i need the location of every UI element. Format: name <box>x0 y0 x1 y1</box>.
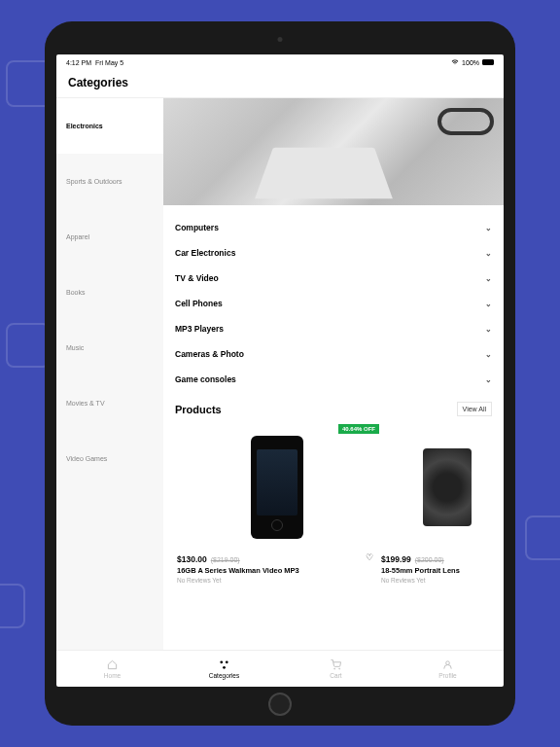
subcategory-computers[interactable]: Computers⌄ <box>175 215 492 240</box>
tab-label: Cart <box>330 672 341 679</box>
tab-label: Profile <box>438 672 456 679</box>
subcategory-game-consoles[interactable]: Game consoles⌄ <box>175 367 492 392</box>
sidebar-item-videogames[interactable]: Video Games <box>56 431 163 486</box>
categories-icon <box>219 659 229 670</box>
chevron-down-icon: ⌄ <box>485 224 492 232</box>
product-price: $130.00 <box>177 554 207 564</box>
tab-label: Categories <box>209 672 239 679</box>
sidebar-item-label: Electronics <box>66 123 103 129</box>
subcategory-label: Computers <box>175 223 219 232</box>
battery-icon <box>482 59 494 65</box>
sidebar-item-music[interactable]: Music <box>56 320 163 375</box>
profile-icon <box>442 659 453 670</box>
category-hero-image <box>163 98 504 205</box>
subcategory-label: MP3 Players <box>175 324 224 334</box>
product-image <box>379 424 504 551</box>
product-name: 16GB A Series Walkman Video MP3 <box>177 566 377 575</box>
sidebar-item-movies[interactable]: Movies & TV <box>56 375 163 431</box>
sidebar-item-label: Sports & Outdoors <box>66 178 122 185</box>
sidebar-item-sports[interactable]: Sports & Outdoors <box>56 154 163 209</box>
tab-home[interactable]: Home <box>56 651 168 687</box>
tab-cart[interactable]: Cart <box>280 651 392 687</box>
product-reviews: No Reviews Yet <box>177 577 377 584</box>
chevron-down-icon: ⌄ <box>485 350 492 359</box>
subcategory-label: TV & Video <box>175 273 219 283</box>
subcategory-label: Cameras & Photo <box>175 349 244 359</box>
status-right: 100% <box>451 59 494 66</box>
home-button[interactable] <box>268 693 292 716</box>
battery-pct: 100% <box>462 59 479 66</box>
subcategory-list: Computers⌄ Car Electronics⌄ TV & Video⌄ … <box>163 205 504 396</box>
screen: 4:12 PM Fri May 5 100% Categories Electr… <box>56 54 504 687</box>
sidebar-item-electronics[interactable]: Electronics <box>56 98 163 154</box>
svg-point-0 <box>220 660 223 663</box>
status-time: 4:12 PM Fri May 5 <box>66 59 123 66</box>
category-sidebar: Electronics Sports & Outdoors Apparel Bo… <box>56 98 163 650</box>
chevron-down-icon: ⌄ <box>485 325 492 334</box>
product-grid: 40.64% OFF $130.00 ($219.00) 16GB A Seri… <box>163 424 504 587</box>
chevron-down-icon: ⌄ <box>485 300 492 308</box>
subcategory-label: Cell Phones <box>175 299 223 308</box>
products-title: Products <box>175 404 222 415</box>
subcategory-label: Car Electronics <box>175 248 235 258</box>
cart-icon <box>331 659 341 670</box>
svg-point-5 <box>446 660 450 664</box>
view-all-button[interactable]: View All <box>457 402 492 416</box>
tab-label: Home <box>104 672 121 679</box>
product-name: 18-55mm Portrait Lens <box>381 566 504 575</box>
product-image <box>175 424 379 551</box>
tablet-frame: 4:12 PM Fri May 5 100% Categories Electr… <box>45 21 515 726</box>
sidebar-item-books[interactable]: Books <box>56 265 163 320</box>
sidebar-item-label: Books <box>66 289 85 296</box>
camera-dot <box>278 37 283 42</box>
wifi-icon <box>451 59 459 65</box>
subcategory-cameras-photo[interactable]: Cameras & Photo⌄ <box>175 341 492 367</box>
subcategory-cell-phones[interactable]: Cell Phones⌄ <box>175 291 492 316</box>
sidebar-item-apparel[interactable]: Apparel <box>56 209 163 265</box>
svg-point-1 <box>226 660 228 663</box>
product-old-price: ($219.00) <box>211 556 240 563</box>
chevron-down-icon: ⌄ <box>485 375 492 384</box>
tab-bar: Home Categories Cart Profile <box>56 650 504 687</box>
home-icon <box>107 659 118 670</box>
tab-categories[interactable]: Categories <box>168 651 280 687</box>
page-header: Categories <box>56 70 504 98</box>
sidebar-item-label: Apparel <box>66 233 89 240</box>
sidebar-item-label: Movies & TV <box>66 400 105 407</box>
svg-point-4 <box>339 668 340 669</box>
sidebar-item-label: Video Games <box>66 455 107 462</box>
status-bar: 4:12 PM Fri May 5 100% <box>56 54 504 70</box>
svg-point-2 <box>223 665 226 668</box>
subcategory-car-electronics[interactable]: Car Electronics⌄ <box>175 240 492 266</box>
subcategory-label: Game consoles <box>175 374 236 384</box>
chevron-down-icon: ⌄ <box>485 274 492 283</box>
product-card[interactable]: 40.64% OFF $130.00 ($219.00) 16GB A Seri… <box>175 424 379 587</box>
product-card[interactable]: $199.99 ($200.00) 18-55mm Portrait Lens … <box>379 424 504 587</box>
tab-profile[interactable]: Profile <box>392 651 504 687</box>
product-old-price: ($200.00) <box>415 556 444 563</box>
subcategory-mp3-players[interactable]: MP3 Players⌄ <box>175 316 492 341</box>
discount-badge: 40.64% OFF <box>338 424 379 434</box>
subcategory-tv-video[interactable]: TV & Video⌄ <box>175 266 492 291</box>
chevron-down-icon: ⌄ <box>485 249 492 258</box>
product-reviews: No Reviews Yet <box>381 577 504 584</box>
sidebar-item-label: Music <box>66 344 84 351</box>
svg-point-3 <box>334 668 335 669</box>
page-title: Categories <box>68 76 492 89</box>
products-header: Products View All <box>163 396 504 424</box>
product-price: $199.99 <box>381 554 411 564</box>
main-content: Computers⌄ Car Electronics⌄ TV & Video⌄ … <box>163 98 504 650</box>
heart-icon[interactable]: ♡ <box>366 552 373 562</box>
